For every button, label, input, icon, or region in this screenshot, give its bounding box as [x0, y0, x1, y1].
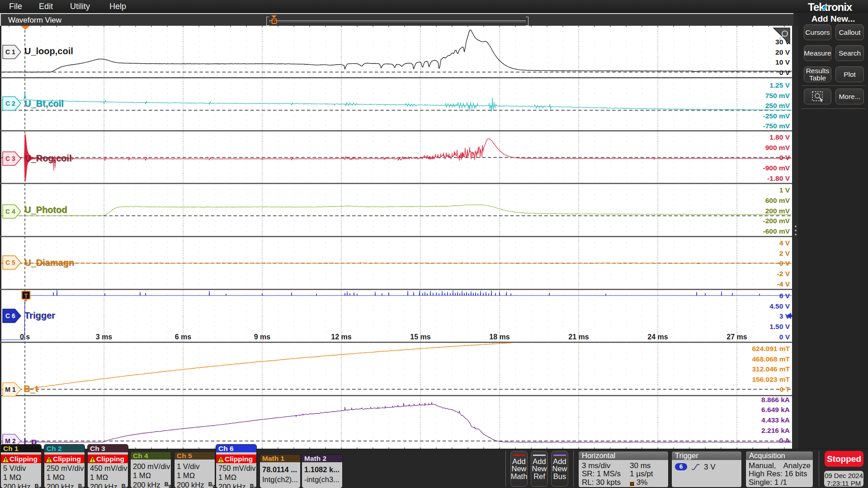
svg-text:750 mV: 750 mV	[765, 92, 790, 99]
svg-text:1.50 V: 1.50 V	[769, 323, 790, 330]
svg-text:15 ms: 15 ms	[410, 333, 430, 341]
svg-text:2.216 kA: 2.216 kA	[761, 427, 790, 434]
svg-text:-600 mV: -600 mV	[763, 227, 790, 235]
svg-text:24 ms: 24 ms	[647, 333, 668, 341]
svg-text:12 ms: 12 ms	[331, 333, 351, 341]
svg-text:18 ms: 18 ms	[489, 333, 509, 341]
svg-text:-750 mV: -750 mV	[763, 122, 790, 130]
svg-text:156.023 mT: 156.023 mT	[752, 375, 790, 383]
svg-text:T: T	[24, 292, 28, 299]
svg-text:3 ms: 3 ms	[96, 333, 113, 341]
svg-text:312.046 mT: 312.046 mT	[752, 365, 790, 373]
svg-text:-900 mV: -900 mV	[763, 164, 790, 172]
svg-text:0 V: 0 V	[779, 259, 790, 267]
svg-text:20 V: 20 V	[775, 48, 790, 56]
svg-text:C 1: C 1	[5, 48, 15, 56]
svg-text:4 V: 4 V	[779, 239, 790, 247]
svg-text:0 T: 0 T	[780, 385, 790, 393]
svg-text:U_Photod: U_Photod	[24, 205, 67, 215]
svg-text:C 6: C 6	[5, 312, 15, 319]
svg-text:10 V: 10 V	[775, 58, 790, 66]
svg-text:-200 mV: -200 mV	[763, 217, 790, 225]
svg-text:-250 mV: -250 mV	[763, 112, 790, 120]
svg-text:1.80 V: 1.80 V	[769, 133, 790, 141]
svg-text:1 V: 1 V	[779, 186, 790, 194]
svg-text:0 A: 0 A	[779, 436, 790, 444]
svg-text:8.866 kA: 8.866 kA	[761, 396, 790, 404]
svg-text:Trigger: Trigger	[24, 310, 55, 320]
svg-text:4.50 V: 4.50 V	[769, 302, 790, 310]
svg-text:0 s: 0 s	[20, 333, 30, 341]
svg-text:M 1: M 1	[5, 386, 16, 393]
svg-text:624.091 mT: 624.091 mT	[752, 345, 790, 352]
svg-text:B_t: B_t	[24, 384, 38, 394]
svg-text:468.068 mT: 468.068 mT	[752, 355, 790, 363]
svg-text:0 V: 0 V	[779, 333, 790, 341]
svg-text:6 ms: 6 ms	[175, 333, 192, 341]
svg-text:U_loop,coil: U_loop,coil	[24, 46, 73, 56]
svg-text:U_Bt,coil: U_Bt,coil	[24, 99, 64, 108]
svg-text:6.649 kA: 6.649 kA	[761, 406, 790, 413]
svg-text:600 mV: 600 mV	[765, 197, 790, 204]
svg-text:-4 V: -4 V	[777, 280, 790, 288]
svg-text:21 ms: 21 ms	[568, 333, 589, 341]
svg-text:-1.80 V: -1.80 V	[767, 174, 790, 182]
svg-text:C 5: C 5	[5, 259, 15, 266]
svg-text:4.433 kA: 4.433 kA	[761, 416, 790, 424]
svg-text:0 V: 0 V	[779, 154, 790, 161]
svg-text:1.25 V: 1.25 V	[769, 81, 790, 89]
svg-text:M 2: M 2	[5, 437, 16, 445]
svg-text:-2 V: -2 V	[777, 270, 790, 277]
svg-text:U_Rog,coil: U_Rog,coil	[24, 153, 71, 163]
svg-text:0 V: 0 V	[779, 69, 790, 76]
svg-text:6 V: 6 V	[779, 292, 790, 300]
svg-text:C 3: C 3	[5, 155, 15, 162]
svg-text:C 2: C 2	[5, 100, 15, 107]
svg-text:2 V: 2 V	[779, 249, 790, 257]
svg-text:250 mV: 250 mV	[765, 102, 790, 109]
svg-text:27 ms: 27 ms	[726, 333, 747, 341]
svg-text:200 mV: 200 mV	[765, 207, 790, 215]
svg-text:900 mV: 900 mV	[765, 144, 790, 151]
svg-text:9 ms: 9 ms	[254, 333, 271, 341]
svg-text:C 4: C 4	[5, 208, 15, 215]
svg-text:U_Diamagn: U_Diamagn	[24, 258, 74, 267]
